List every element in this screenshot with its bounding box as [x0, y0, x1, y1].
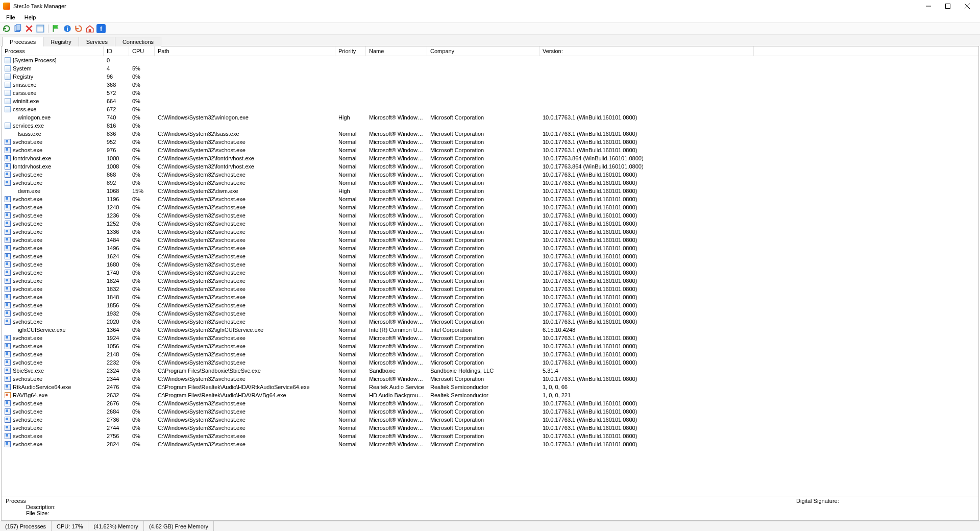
process-icon [5, 302, 11, 308]
refresh-icon[interactable] [2, 24, 11, 33]
cell-id: 1680 [104, 261, 129, 268]
process-grid-scroll[interactable]: Process ID CPU Path Priority Name Compan… [2, 46, 978, 496]
cell-process: svchost.exe [2, 433, 104, 439]
table-row[interactable]: System45% [2, 64, 978, 73]
table-row[interactable]: svchost.exe20200%C:\Windows\System32\svc… [2, 318, 978, 326]
col-company[interactable]: Company [427, 46, 540, 56]
home-icon[interactable] [85, 24, 94, 33]
table-row[interactable]: igfxCUIService.exe13640%C:\Windows\Syste… [2, 326, 978, 334]
kill-icon[interactable] [24, 24, 34, 33]
status-processes: (157) Processes [0, 521, 52, 531]
maximize-button[interactable] [938, 1, 958, 12]
process-icon [5, 204, 11, 210]
table-row[interactable]: svchost.exe18240%C:\Windows\System32\svc… [2, 277, 978, 285]
table-row[interactable]: svchost.exe9520%C:\Windows\System32\svch… [2, 138, 978, 146]
cell-priority: Normal [335, 245, 366, 251]
col-id[interactable]: ID [104, 46, 129, 56]
col-cpu[interactable]: CPU [129, 46, 155, 56]
table-row[interactable]: svchost.exe12400%C:\Windows\System32\svc… [2, 203, 978, 211]
cell-path: C:\Windows\System32\svchost.exe [155, 212, 335, 219]
cell-priority: Normal [335, 384, 366, 390]
table-row[interactable]: svchost.exe13360%C:\Windows\System32\svc… [2, 228, 978, 236]
table-row[interactable]: svchost.exe8920%C:\Windows\System32\svch… [2, 179, 978, 187]
table-row[interactable]: svchost.exe28240%C:\Windows\System32\svc… [2, 440, 978, 448]
minimize-button[interactable] [919, 1, 938, 12]
table-row[interactable]: svchost.exe10560%C:\Windows\System32\svc… [2, 342, 978, 350]
tab-processes[interactable]: Processes [2, 37, 43, 46]
cell-name: Microsoft® Windows® Ope... [366, 163, 427, 170]
table-row[interactable]: svchost.exe27560%C:\Windows\System32\svc… [2, 432, 978, 440]
col-priority[interactable]: Priority [335, 46, 366, 56]
table-row[interactable]: svchost.exe19320%C:\Windows\System32\svc… [2, 309, 978, 318]
facebook-icon[interactable]: f [96, 24, 106, 33]
cell-cpu: 0% [129, 147, 155, 153]
cell-process: svchost.exe [2, 417, 104, 423]
table-row[interactable]: svchost.exe12360%C:\Windows\System32\svc… [2, 211, 978, 220]
table-row[interactable]: Registry960% [2, 73, 978, 81]
cell-name: Microsoft® Windows® Ope... [366, 212, 427, 219]
cell-process: lsass.exe [2, 131, 104, 137]
table-row[interactable]: wininit.exe6640% [2, 97, 978, 105]
flag-icon[interactable] [52, 24, 61, 33]
reload-icon[interactable] [74, 24, 83, 33]
toolbar-separator [48, 25, 48, 33]
table-row[interactable]: csrss.exe6720% [2, 105, 978, 113]
table-row[interactable]: winlogon.exe7400%C:\Windows\System32\win… [2, 113, 978, 122]
table-row[interactable]: svchost.exe21480%C:\Windows\System32\svc… [2, 350, 978, 358]
table-row[interactable]: svchost.exe22320%C:\Windows\System32\svc… [2, 358, 978, 367]
table-row[interactable]: svchost.exe23440%C:\Windows\System32\svc… [2, 375, 978, 383]
table-row[interactable]: smss.exe3680% [2, 81, 978, 89]
col-path[interactable]: Path [155, 46, 335, 56]
table-row[interactable]: svchost.exe14840%C:\Windows\System32\svc… [2, 236, 978, 244]
table-row[interactable]: svchost.exe18320%C:\Windows\System32\svc… [2, 285, 978, 293]
table-row[interactable]: svchost.exe26840%C:\Windows\System32\svc… [2, 407, 978, 416]
table-row[interactable]: svchost.exe17400%C:\Windows\System32\svc… [2, 269, 978, 277]
cell-id: 572 [104, 90, 129, 96]
cell-id: 2148 [104, 351, 129, 357]
table-row[interactable]: csrss.exe5720% [2, 89, 978, 97]
table-row[interactable]: fontdrvhost.exe10000%C:\Windows\System32… [2, 154, 978, 162]
table-row[interactable]: fontdrvhost.exe10080%C:\Windows\System32… [2, 162, 978, 171]
table-row[interactable]: svchost.exe19240%C:\Windows\System32\svc… [2, 334, 978, 342]
table-row[interactable]: svchost.exe8680%C:\Windows\System32\svch… [2, 171, 978, 179]
cell-id: 672 [104, 106, 129, 112]
table-row[interactable]: svchost.exe27440%C:\Windows\System32\svc… [2, 424, 978, 432]
tab-registry[interactable]: Registry [43, 37, 79, 46]
table-row[interactable]: [System Process]0 [2, 56, 978, 64]
cell-version: 10.0.17763.1 (WinBuild.160101.0800) [540, 302, 754, 308]
col-process[interactable]: Process [2, 46, 104, 56]
tab-services[interactable]: Services [79, 37, 115, 46]
col-name[interactable]: Name [366, 46, 427, 56]
cell-path: C:\Windows\System32\svchost.exe [155, 253, 335, 259]
table-row[interactable]: lsass.exe8360%C:\Windows\System32\lsass.… [2, 130, 978, 138]
cell-name: Realtek Audio Service [366, 384, 427, 390]
menu-file[interactable]: File [2, 13, 19, 21]
table-row[interactable]: svchost.exe27360%C:\Windows\System32\svc… [2, 416, 978, 424]
process-name: fontdrvhost.exe [13, 163, 51, 170]
properties-icon[interactable] [36, 24, 45, 33]
cell-version: 10.0.17763.1 (WinBuild.160101.0800) [540, 270, 754, 276]
table-row[interactable]: services.exe8160% [2, 122, 978, 130]
table-row[interactable]: svchost.exe26760%C:\Windows\System32\svc… [2, 399, 978, 407]
table-row[interactable]: svchost.exe9760%C:\Windows\System32\svch… [2, 146, 978, 154]
cell-id: 1856 [104, 302, 129, 308]
table-row[interactable]: svchost.exe18560%C:\Windows\System32\svc… [2, 301, 978, 309]
table-row[interactable]: svchost.exe18480%C:\Windows\System32\svc… [2, 293, 978, 301]
table-row[interactable]: svchost.exe11960%C:\Windows\System32\svc… [2, 195, 978, 203]
table-row[interactable]: SbieSvc.exe23240%C:\Program Files\Sandbo… [2, 367, 978, 375]
table-row[interactable]: svchost.exe16800%C:\Windows\System32\svc… [2, 260, 978, 269]
tab-connections[interactable]: Connections [115, 37, 161, 46]
copy-icon[interactable] [13, 24, 22, 33]
col-version[interactable]: Version: [540, 46, 754, 56]
close-button[interactable] [958, 1, 977, 12]
table-row[interactable]: RAVBg64.exe26320%C:\Program Files\Realte… [2, 391, 978, 399]
table-row[interactable]: svchost.exe14960%C:\Windows\System32\svc… [2, 244, 978, 252]
cell-cpu: 0% [129, 376, 155, 382]
table-row[interactable]: dwm.exe106815%C:\Windows\System32\dwm.ex… [2, 187, 978, 195]
menu-help[interactable]: Help [20, 13, 40, 21]
table-row[interactable]: svchost.exe12520%C:\Windows\System32\svc… [2, 220, 978, 228]
table-row[interactable]: svchost.exe16240%C:\Windows\System32\svc… [2, 252, 978, 260]
table-row[interactable]: RtkAudioService64.exe24760%C:\Program Fi… [2, 383, 978, 391]
process-name: svchost.exe [13, 310, 42, 317]
info-icon[interactable]: i [63, 24, 72, 33]
